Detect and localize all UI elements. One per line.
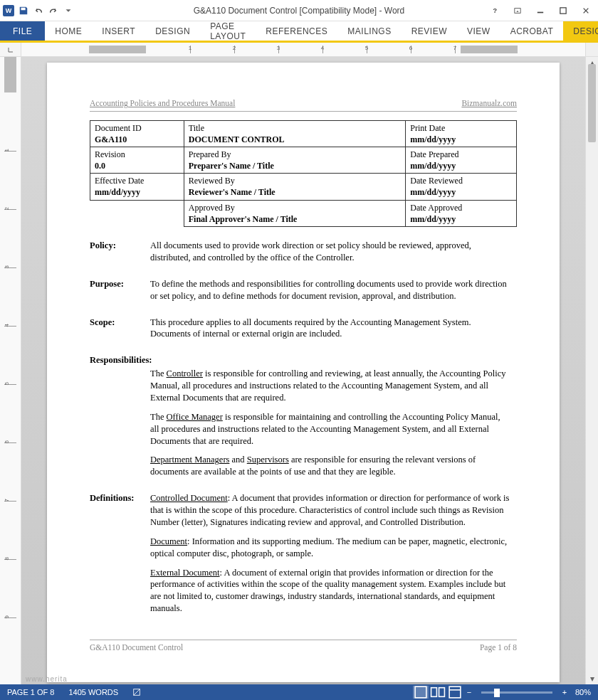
tab-file[interactable]: FILE bbox=[0, 21, 45, 41]
status-bar: PAGE 1 OF 8 1405 WORDS − + 80% bbox=[0, 684, 598, 700]
svg-rect-3 bbox=[560, 7, 566, 13]
view-web-layout-icon[interactable] bbox=[447, 686, 463, 699]
tab-review[interactable]: REVIEW bbox=[402, 21, 457, 41]
zoom-level[interactable]: 80% bbox=[571, 688, 594, 696]
svg-rect-2 bbox=[537, 11, 543, 13]
zoom-slider[interactable] bbox=[481, 691, 552, 694]
page-viewport[interactable]: Accounting Policies and Procedures Manua… bbox=[21, 57, 585, 684]
ruler-row: 1234567 bbox=[0, 43, 598, 57]
document-info-table: Document IDG&A110 TitleDOCUMENT CONTROL … bbox=[90, 120, 517, 228]
svg-rect-8 bbox=[449, 686, 461, 698]
status-proofing-icon[interactable] bbox=[125, 688, 148, 696]
tab-design[interactable]: DESIGN bbox=[145, 21, 200, 41]
vertical-ruler[interactable]: 123456789 bbox=[0, 57, 21, 684]
zoom-in-icon[interactable]: + bbox=[560, 687, 570, 697]
ribbon-tabs: FILE HOME INSERT DESIGN PAGE LAYOUT REFE… bbox=[0, 21, 598, 43]
svg-rect-5 bbox=[415, 686, 426, 698]
document-page[interactable]: Accounting Policies and Procedures Manua… bbox=[47, 63, 560, 682]
vertical-scrollbar[interactable]: ▴ ▾ bbox=[585, 57, 598, 684]
window-title: G&A110 Document Control [Compatibility M… bbox=[194, 6, 405, 16]
view-print-layout-icon[interactable] bbox=[413, 686, 429, 699]
status-page[interactable]: PAGE 1 OF 8 bbox=[0, 688, 61, 696]
section-responsibilities-label: Responsibilities: bbox=[90, 354, 517, 366]
section-policy: Policy: All documents used to provide wo… bbox=[90, 240, 517, 271]
header-left: Accounting Policies and Procedures Manua… bbox=[90, 98, 235, 110]
tab-design-tools[interactable]: DESIGN bbox=[563, 21, 598, 41]
zoom-out-icon[interactable]: − bbox=[464, 687, 474, 697]
section-responsibilities-body: The Controller is responsible for contro… bbox=[90, 368, 517, 485]
tab-home[interactable]: HOME bbox=[45, 21, 92, 41]
table-row: Document IDG&A110 TitleDOCUMENT CONTROL … bbox=[90, 120, 517, 147]
view-read-mode-icon[interactable] bbox=[430, 686, 446, 699]
title-bar: W G&A110 Document Control [Compatibility… bbox=[0, 0, 598, 21]
tab-references[interactable]: REFERENCES bbox=[256, 21, 337, 41]
section-scope: Scope: This procedure applies to all doc… bbox=[90, 317, 517, 348]
table-row: Effective Datemm/dd/yyyy Reviewed ByRevi… bbox=[90, 174, 517, 200]
svg-rect-6 bbox=[431, 688, 437, 697]
word-app-icon: W bbox=[3, 5, 14, 16]
status-words[interactable]: 1405 WORDS bbox=[61, 688, 125, 696]
help-icon[interactable]: ? bbox=[484, 3, 505, 18]
section-definitions: Definitions: Controlled Document: A docu… bbox=[90, 492, 517, 622]
tab-mailings[interactable]: MAILINGS bbox=[337, 21, 401, 41]
tab-acrobat[interactable]: ACROBAT bbox=[500, 21, 564, 41]
tab-selector[interactable] bbox=[0, 43, 21, 56]
maximize-icon[interactable] bbox=[552, 3, 574, 18]
tab-page-layout[interactable]: PAGE LAYOUT bbox=[200, 21, 256, 41]
page-footer: G&A110 Document Control Page 1 of 8 bbox=[90, 640, 517, 654]
page-header: Accounting Policies and Procedures Manua… bbox=[90, 98, 517, 112]
minimize-icon[interactable] bbox=[530, 3, 551, 18]
footer-right: Page 1 of 8 bbox=[480, 642, 517, 654]
zoom-slider-thumb[interactable] bbox=[494, 689, 500, 697]
redo-icon[interactable] bbox=[48, 5, 59, 16]
footer-left: G&A110 Document Control bbox=[90, 642, 183, 654]
svg-rect-7 bbox=[439, 688, 445, 697]
document-area: 123456789 Accounting Policies and Proced… bbox=[0, 57, 598, 684]
close-icon[interactable] bbox=[575, 3, 597, 18]
save-icon[interactable] bbox=[18, 5, 29, 16]
ribbon-display-icon[interactable] bbox=[507, 3, 528, 18]
scroll-down-icon[interactable]: ▾ bbox=[586, 673, 598, 684]
table-row: Revision0.0 Prepared ByPreparer's Name /… bbox=[90, 147, 517, 173]
undo-icon[interactable] bbox=[33, 5, 44, 16]
header-right: Bizmanualz.com bbox=[461, 98, 517, 110]
watermark: www.herita bbox=[26, 675, 68, 683]
tab-view[interactable]: VIEW bbox=[457, 21, 500, 41]
horizontal-ruler[interactable]: 1234567 bbox=[21, 43, 585, 56]
table-row: Approved ByFinal Approver's Name / Title… bbox=[90, 200, 517, 226]
svg-text:?: ? bbox=[493, 7, 498, 14]
section-purpose: Purpose: To define the methods and respo… bbox=[90, 278, 517, 309]
scroll-thumb[interactable] bbox=[588, 64, 596, 142]
qat-dropdown-icon[interactable] bbox=[63, 5, 74, 16]
tab-insert[interactable]: INSERT bbox=[92, 21, 145, 41]
